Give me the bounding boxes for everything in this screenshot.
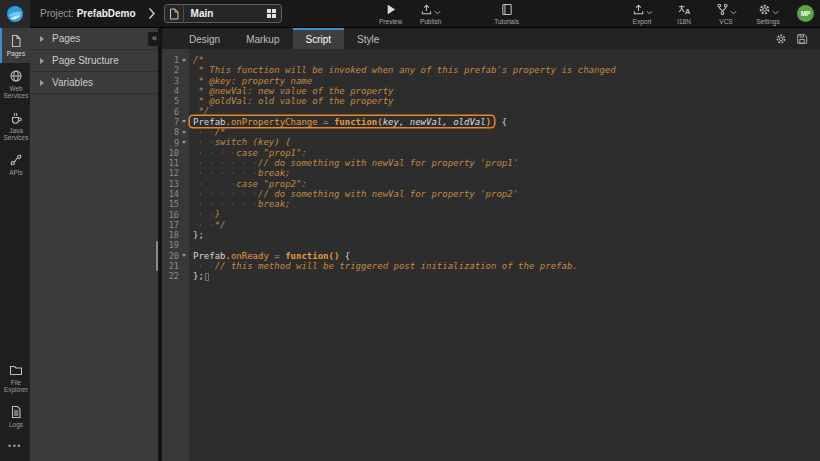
sidebar-item-logs[interactable]: Logs: [0, 399, 30, 434]
gutter-line[interactable]: 18: [162, 230, 189, 240]
line-number: 5: [162, 96, 179, 106]
line-number: 16: [162, 210, 179, 220]
page-file-icon: [165, 5, 184, 22]
accordion-panel: PagesPage StructureVariables «: [30, 28, 158, 461]
preview-button[interactable]: Preview: [374, 2, 408, 25]
code-line-3[interactable]: * @key: property name: [193, 76, 820, 86]
vcs-label: VCS: [719, 18, 732, 25]
sidebar-item-java-services[interactable]: Java Services: [0, 105, 30, 147]
gutter-line[interactable]: 15: [162, 199, 189, 209]
gutter-line[interactable]: 2: [162, 65, 189, 75]
fold-marker-icon[interactable]: [179, 131, 188, 134]
fold-triangle: [182, 59, 186, 62]
line-number: 12: [162, 168, 179, 178]
line-number: 11: [162, 158, 179, 168]
caret-down-icon: [772, 10, 779, 15]
gutter-line[interactable]: 6: [162, 106, 189, 116]
gutter-line[interactable]: 3: [162, 76, 189, 86]
code-line-21[interactable]: // this method will be triggered post in…: [193, 261, 820, 271]
i18n-button[interactable]: A I18N: [667, 2, 701, 25]
gutter-line[interactable]: 19: [162, 240, 189, 250]
collapse-panel-button[interactable]: «: [148, 32, 161, 46]
line-number: 4: [162, 86, 179, 96]
code-line-7[interactable]: Prefab.onPropertyChange = function(key, …: [193, 117, 820, 127]
web-services-icon: [9, 69, 23, 83]
code-line-5[interactable]: * @oldVal: old value of the property: [193, 96, 820, 106]
gutter-line[interactable]: 4: [162, 86, 189, 96]
more-button[interactable]: •••: [0, 433, 30, 461]
panel-section-variables[interactable]: Variables: [30, 72, 158, 94]
code-line-1[interactable]: /*: [193, 55, 820, 65]
gutter-line[interactable]: 22: [162, 271, 189, 281]
code-editor[interactable]: 12345678910111213141516171819202122 /* *…: [162, 49, 820, 461]
code-line-15[interactable]: break;: [193, 199, 820, 209]
fold-marker-icon[interactable]: [179, 141, 188, 144]
publish-button[interactable]: Publish: [414, 2, 448, 25]
code-line-4[interactable]: * @newVal: new value of the property: [193, 86, 820, 96]
gutter-line[interactable]: 12: [162, 168, 189, 178]
gutter-line[interactable]: 21: [162, 261, 189, 271]
gutter-line[interactable]: 13: [162, 179, 189, 189]
grid-icon[interactable]: [263, 8, 281, 19]
panel-scrollbar[interactable]: [156, 241, 158, 271]
code-line-10[interactable]: case "prop1":: [193, 148, 820, 158]
gutter-line[interactable]: 11: [162, 158, 189, 168]
code-line-12[interactable]: break;: [193, 168, 820, 178]
svg-text:A: A: [685, 7, 691, 16]
settings-button[interactable]: Settings: [751, 2, 785, 25]
export-button[interactable]: Export: [625, 2, 659, 25]
gutter-line[interactable]: 8: [162, 127, 189, 137]
code-line-19[interactable]: [193, 240, 820, 250]
gear-icon: [758, 3, 771, 16]
code-line-2[interactable]: * This function will be invoked when any…: [193, 65, 820, 75]
sidebar-item-label: Java Services: [2, 127, 30, 142]
sidebar-item-pages[interactable]: Pages: [0, 28, 30, 63]
code-line-8[interactable]: /*: [193, 127, 820, 137]
code-line-20[interactable]: Prefab.onReady = function() {: [193, 251, 820, 261]
gutter-line[interactable]: 9: [162, 137, 189, 147]
line-number: 7: [162, 117, 179, 127]
gutter-line[interactable]: 17: [162, 220, 189, 230]
save-button[interactable]: [796, 33, 808, 45]
panel-section-label: Variables: [52, 77, 93, 88]
code-line-22[interactable]: };: [193, 271, 820, 281]
code-line-11[interactable]: // do something with newVal for property…: [193, 158, 820, 168]
gutter-line[interactable]: 16: [162, 209, 189, 219]
gutter-line[interactable]: 1: [162, 55, 189, 65]
tutorials-button[interactable]: Tutorials: [490, 2, 524, 25]
tab-style[interactable]: Style: [344, 28, 392, 49]
gutter-line[interactable]: 5: [162, 96, 189, 106]
gutter-line[interactable]: 10: [162, 148, 189, 158]
line-number: 22: [162, 271, 179, 281]
tab-script[interactable]: Script: [293, 28, 345, 49]
panel-section-page-structure[interactable]: Page Structure: [30, 50, 158, 72]
sidebar-item-label: Web Services: [2, 85, 30, 100]
fold-marker-icon[interactable]: [179, 120, 188, 123]
fold-marker-icon[interactable]: [179, 59, 188, 62]
page-selector[interactable]: Main: [164, 4, 282, 23]
code-line-14[interactable]: // do something with newVal for property…: [193, 189, 820, 199]
app-logo[interactable]: [0, 0, 30, 28]
code-line-9[interactable]: switch (key) {: [193, 137, 820, 147]
line-number: 15: [162, 199, 179, 209]
chevron-right-icon: [148, 7, 156, 20]
code-line-13[interactable]: case "prop2":: [193, 179, 820, 189]
fold-marker-icon[interactable]: [179, 254, 188, 257]
sidebar-item-file-explorer[interactable]: File Explorer: [0, 357, 30, 399]
gutter-line[interactable]: 14: [162, 189, 189, 199]
script-settings-button[interactable]: [775, 33, 787, 45]
gutter-line[interactable]: 20: [162, 251, 189, 261]
tab-design[interactable]: Design: [176, 28, 233, 49]
tab-markup[interactable]: Markup: [233, 28, 292, 49]
code-line-16[interactable]: }: [193, 209, 820, 219]
vcs-button[interactable]: VCS: [709, 2, 743, 25]
user-avatar[interactable]: MP: [797, 5, 814, 22]
panel-section-pages[interactable]: Pages: [30, 28, 158, 50]
editor-code[interactable]: /* * This function will be invoked when …: [189, 49, 820, 461]
code-line-17[interactable]: */: [193, 220, 820, 230]
sidebar-item-apis[interactable]: APIs: [0, 147, 30, 182]
gutter-line[interactable]: 7: [162, 117, 189, 127]
sidebar-item-web-services[interactable]: Web Services: [0, 63, 30, 105]
code-line-18[interactable]: };: [193, 230, 820, 240]
sidebar-item-label: File Explorer: [2, 379, 30, 394]
